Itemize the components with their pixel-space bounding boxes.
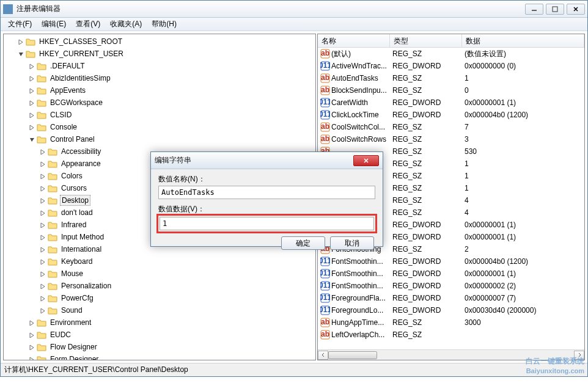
tree-label[interactable]: International bbox=[60, 244, 103, 254]
expand-icon[interactable] bbox=[28, 111, 35, 119]
tree-item[interactable]: Form Designer bbox=[4, 353, 315, 360]
expand-icon[interactable] bbox=[39, 209, 46, 216]
table-row[interactable]: LeftOverlapCh...REG_SZ bbox=[318, 329, 584, 341]
table-row[interactable]: BlockSendInpu...REG_SZ0 bbox=[318, 84, 584, 97]
table-row[interactable]: FontSmoothin...REG_DWORD0x00000002 (2) bbox=[318, 280, 584, 292]
expand-icon[interactable] bbox=[39, 282, 46, 290]
scroll-left-button[interactable] bbox=[318, 351, 328, 360]
tree-label[interactable]: don't load bbox=[60, 208, 94, 217]
tree-label[interactable]: Desktop bbox=[60, 195, 90, 206]
dialog-titlebar[interactable]: 编辑字符串 bbox=[151, 152, 383, 169]
tree-item[interactable]: Control Panel bbox=[4, 133, 315, 145]
tree-label[interactable]: Flow Designer bbox=[49, 342, 98, 352]
table-row[interactable]: AutoEndTasksREG_SZ1 bbox=[318, 72, 584, 84]
tree-item[interactable]: .DEFAULT bbox=[4, 60, 315, 72]
expand-icon[interactable] bbox=[28, 123, 35, 131]
expand-icon[interactable] bbox=[39, 233, 46, 241]
tree-item[interactable]: Environment bbox=[4, 316, 315, 329]
cancel-button[interactable]: 取消 bbox=[330, 236, 374, 250]
expand-icon[interactable] bbox=[39, 160, 46, 167]
tree-label[interactable]: Keyboard bbox=[60, 257, 94, 266]
tree-label[interactable]: Colors bbox=[60, 171, 84, 181]
expand-icon[interactable] bbox=[39, 172, 46, 180]
collapse-icon[interactable] bbox=[17, 50, 24, 57]
tree-item[interactable]: Sound bbox=[4, 304, 315, 316]
table-row[interactable]: (默认)REG_SZ(数值未设置) bbox=[318, 48, 584, 60]
tree-label[interactable]: HKEY_CLASSES_ROOT bbox=[38, 37, 123, 46]
table-row[interactable]: FontSmoothin...REG_DWORD0x000004b0 (1200… bbox=[318, 255, 584, 268]
tree-item[interactable]: CLSID bbox=[4, 109, 315, 121]
tree-label[interactable]: PowerCfg bbox=[60, 293, 95, 303]
dialog-close-button[interactable] bbox=[353, 155, 379, 166]
tree-item[interactable]: EUDC bbox=[4, 329, 315, 341]
tree-label[interactable]: EUDC bbox=[49, 330, 72, 340]
tree-item[interactable]: PowerCfg bbox=[4, 292, 315, 304]
tree-label[interactable]: Control Panel bbox=[49, 134, 96, 144]
menu-file[interactable]: 文件(F) bbox=[3, 18, 37, 31]
value-data-field[interactable] bbox=[160, 217, 374, 230]
table-row[interactable]: ForegroundFla...REG_DWORD0x00000007 (7) bbox=[318, 292, 584, 304]
tree-item[interactable]: HKEY_CURRENT_USER bbox=[4, 48, 315, 60]
tree-label[interactable]: Input Method bbox=[60, 232, 105, 242]
expand-icon[interactable] bbox=[39, 294, 46, 302]
tree-label[interactable]: Cursors bbox=[60, 183, 88, 193]
scroll-thumb[interactable] bbox=[328, 351, 377, 359]
table-row[interactable]: ForegroundLo...REG_DWORD0x00030d40 (2000… bbox=[318, 304, 584, 316]
ok-button[interactable]: 确定 bbox=[281, 236, 325, 250]
tree-item[interactable]: BCGWorkspace bbox=[4, 97, 315, 109]
expand-icon[interactable] bbox=[39, 197, 46, 204]
tree-item[interactable]: Console bbox=[4, 121, 315, 133]
tree-label[interactable]: Environment bbox=[49, 318, 92, 327]
tree-label[interactable]: Infrared bbox=[60, 220, 87, 230]
tree-label[interactable]: HKEY_CURRENT_USER bbox=[38, 49, 125, 59]
table-row[interactable]: ActiveWndTrac...REG_DWORD0x00000000 (0) bbox=[318, 60, 584, 72]
tree-label[interactable]: Accessibility bbox=[60, 147, 102, 156]
tree-label[interactable]: Form Designer bbox=[49, 354, 100, 360]
tree-label[interactable]: Sound bbox=[60, 305, 84, 315]
expand-icon[interactable] bbox=[39, 221, 46, 228]
titlebar[interactable]: 注册表编辑器 bbox=[1, 1, 587, 18]
expand-icon[interactable] bbox=[17, 38, 24, 45]
expand-icon[interactable] bbox=[28, 99, 35, 106]
tree-label[interactable]: AppEvents bbox=[49, 86, 87, 95]
tree-label[interactable]: Mouse bbox=[60, 269, 84, 279]
expand-icon[interactable] bbox=[39, 270, 46, 277]
expand-icon[interactable] bbox=[28, 343, 35, 351]
expand-icon[interactable] bbox=[28, 75, 35, 82]
menu-edit[interactable]: 编辑(E) bbox=[37, 18, 71, 31]
expand-icon[interactable] bbox=[28, 62, 35, 70]
tree-label[interactable]: CLSID bbox=[49, 110, 73, 120]
table-row[interactable]: HungAppTime...REG_SZ3000 bbox=[318, 316, 584, 329]
tree-item[interactable]: HKEY_CLASSES_ROOT bbox=[4, 35, 315, 48]
tree-label[interactable]: Appearance bbox=[60, 159, 102, 169]
tree-item[interactable]: AbizIdentitiesSimp bbox=[4, 72, 315, 84]
expand-icon[interactable] bbox=[28, 356, 35, 360]
table-row[interactable]: FontSmoothin...REG_DWORD0x00000001 (1) bbox=[318, 268, 584, 280]
tree-label[interactable]: AbizIdentitiesSimp bbox=[49, 73, 112, 83]
table-row[interactable]: CoolSwitchRowsREG_SZ3 bbox=[318, 133, 584, 145]
collapse-icon[interactable] bbox=[28, 136, 35, 143]
expand-icon[interactable] bbox=[28, 87, 35, 94]
minimize-button[interactable] bbox=[525, 4, 543, 15]
close-button[interactable] bbox=[567, 4, 585, 15]
table-row[interactable]: ClickLockTimeREG_DWORD0x000004b0 (1200) bbox=[318, 109, 584, 121]
expand-icon[interactable] bbox=[28, 319, 35, 326]
expand-icon[interactable] bbox=[28, 331, 35, 338]
tree-item[interactable]: Flow Designer bbox=[4, 341, 315, 353]
table-row[interactable]: CoolSwitchCol...REG_SZ7 bbox=[318, 121, 584, 133]
expand-icon[interactable] bbox=[39, 307, 46, 314]
tree-item[interactable]: AppEvents bbox=[4, 84, 315, 97]
expand-icon[interactable] bbox=[39, 148, 46, 155]
col-header-name[interactable]: 名称 bbox=[318, 34, 390, 47]
expand-icon[interactable] bbox=[39, 184, 46, 192]
menu-favorites[interactable]: 收藏夹(A) bbox=[105, 18, 147, 31]
expand-icon[interactable] bbox=[39, 258, 46, 265]
col-header-data[interactable]: 数据 bbox=[462, 34, 584, 47]
tree-label[interactable]: Console bbox=[49, 122, 78, 132]
tree-label[interactable]: .DEFAULT bbox=[49, 61, 86, 71]
table-row[interactable]: CaretWidthREG_DWORD0x00000001 (1) bbox=[318, 97, 584, 109]
tree-item[interactable]: Personalization bbox=[4, 280, 315, 292]
tree-item[interactable]: Keyboard bbox=[4, 255, 315, 268]
maximize-button[interactable] bbox=[546, 4, 564, 15]
menu-view[interactable]: 查看(V) bbox=[71, 18, 105, 31]
